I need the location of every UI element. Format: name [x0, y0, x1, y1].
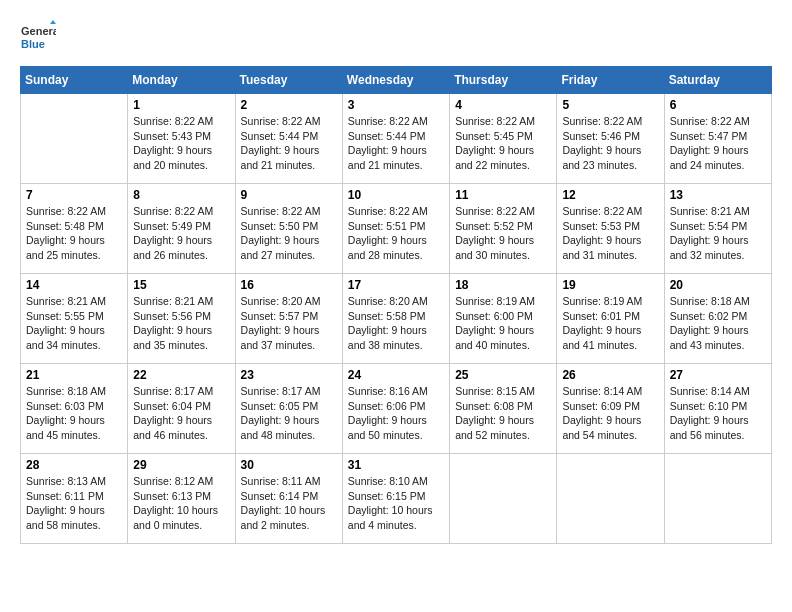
- day-info: Sunrise: 8:15 AMSunset: 6:08 PMDaylight:…: [455, 384, 551, 443]
- day-number: 13: [670, 188, 766, 202]
- day-info: Sunrise: 8:22 AMSunset: 5:43 PMDaylight:…: [133, 114, 229, 173]
- day-number: 10: [348, 188, 444, 202]
- day-number: 22: [133, 368, 229, 382]
- col-header-wednesday: Wednesday: [342, 67, 449, 94]
- day-number: 20: [670, 278, 766, 292]
- day-number: 27: [670, 368, 766, 382]
- col-header-tuesday: Tuesday: [235, 67, 342, 94]
- day-info: Sunrise: 8:21 AMSunset: 5:56 PMDaylight:…: [133, 294, 229, 353]
- day-number: 28: [26, 458, 122, 472]
- day-cell: 25Sunrise: 8:15 AMSunset: 6:08 PMDayligh…: [450, 364, 557, 454]
- day-cell: 20Sunrise: 8:18 AMSunset: 6:02 PMDayligh…: [664, 274, 771, 364]
- week-row-2: 7Sunrise: 8:22 AMSunset: 5:48 PMDaylight…: [21, 184, 772, 274]
- day-number: 4: [455, 98, 551, 112]
- day-info: Sunrise: 8:22 AMSunset: 5:45 PMDaylight:…: [455, 114, 551, 173]
- day-cell: [21, 94, 128, 184]
- day-info: Sunrise: 8:18 AMSunset: 6:03 PMDaylight:…: [26, 384, 122, 443]
- day-info: Sunrise: 8:21 AMSunset: 5:55 PMDaylight:…: [26, 294, 122, 353]
- day-cell: 10Sunrise: 8:22 AMSunset: 5:51 PMDayligh…: [342, 184, 449, 274]
- day-info: Sunrise: 8:19 AMSunset: 6:01 PMDaylight:…: [562, 294, 658, 353]
- header-row: SundayMondayTuesdayWednesdayThursdayFrid…: [21, 67, 772, 94]
- day-number: 23: [241, 368, 337, 382]
- day-cell: 28Sunrise: 8:13 AMSunset: 6:11 PMDayligh…: [21, 454, 128, 544]
- day-info: Sunrise: 8:22 AMSunset: 5:52 PMDaylight:…: [455, 204, 551, 263]
- day-cell: 21Sunrise: 8:18 AMSunset: 6:03 PMDayligh…: [21, 364, 128, 454]
- day-cell: 23Sunrise: 8:17 AMSunset: 6:05 PMDayligh…: [235, 364, 342, 454]
- col-header-sunday: Sunday: [21, 67, 128, 94]
- day-number: 9: [241, 188, 337, 202]
- svg-text:Blue: Blue: [21, 38, 45, 50]
- day-number: 21: [26, 368, 122, 382]
- day-number: 12: [562, 188, 658, 202]
- day-cell: 31Sunrise: 8:10 AMSunset: 6:15 PMDayligh…: [342, 454, 449, 544]
- day-number: 30: [241, 458, 337, 472]
- col-header-thursday: Thursday: [450, 67, 557, 94]
- day-cell: 11Sunrise: 8:22 AMSunset: 5:52 PMDayligh…: [450, 184, 557, 274]
- day-number: 5: [562, 98, 658, 112]
- day-info: Sunrise: 8:22 AMSunset: 5:49 PMDaylight:…: [133, 204, 229, 263]
- day-info: Sunrise: 8:20 AMSunset: 5:58 PMDaylight:…: [348, 294, 444, 353]
- day-info: Sunrise: 8:22 AMSunset: 5:51 PMDaylight:…: [348, 204, 444, 263]
- svg-marker-2: [50, 20, 56, 24]
- day-number: 3: [348, 98, 444, 112]
- day-cell: 9Sunrise: 8:22 AMSunset: 5:50 PMDaylight…: [235, 184, 342, 274]
- day-info: Sunrise: 8:22 AMSunset: 5:50 PMDaylight:…: [241, 204, 337, 263]
- day-cell: 14Sunrise: 8:21 AMSunset: 5:55 PMDayligh…: [21, 274, 128, 364]
- week-row-4: 21Sunrise: 8:18 AMSunset: 6:03 PMDayligh…: [21, 364, 772, 454]
- week-row-1: 1Sunrise: 8:22 AMSunset: 5:43 PMDaylight…: [21, 94, 772, 184]
- col-header-monday: Monday: [128, 67, 235, 94]
- day-number: 11: [455, 188, 551, 202]
- day-info: Sunrise: 8:13 AMSunset: 6:11 PMDaylight:…: [26, 474, 122, 533]
- day-cell: 13Sunrise: 8:21 AMSunset: 5:54 PMDayligh…: [664, 184, 771, 274]
- day-number: 31: [348, 458, 444, 472]
- col-header-friday: Friday: [557, 67, 664, 94]
- day-number: 6: [670, 98, 766, 112]
- day-cell: 5Sunrise: 8:22 AMSunset: 5:46 PMDaylight…: [557, 94, 664, 184]
- day-cell: 2Sunrise: 8:22 AMSunset: 5:44 PMDaylight…: [235, 94, 342, 184]
- day-cell: 29Sunrise: 8:12 AMSunset: 6:13 PMDayligh…: [128, 454, 235, 544]
- day-number: 14: [26, 278, 122, 292]
- day-info: Sunrise: 8:22 AMSunset: 5:46 PMDaylight:…: [562, 114, 658, 173]
- day-number: 7: [26, 188, 122, 202]
- day-cell: 3Sunrise: 8:22 AMSunset: 5:44 PMDaylight…: [342, 94, 449, 184]
- day-cell: 7Sunrise: 8:22 AMSunset: 5:48 PMDaylight…: [21, 184, 128, 274]
- day-number: 17: [348, 278, 444, 292]
- day-cell: 24Sunrise: 8:16 AMSunset: 6:06 PMDayligh…: [342, 364, 449, 454]
- day-number: 18: [455, 278, 551, 292]
- day-cell: [450, 454, 557, 544]
- day-info: Sunrise: 8:21 AMSunset: 5:54 PMDaylight:…: [670, 204, 766, 263]
- day-number: 8: [133, 188, 229, 202]
- day-info: Sunrise: 8:14 AMSunset: 6:10 PMDaylight:…: [670, 384, 766, 443]
- day-cell: 17Sunrise: 8:20 AMSunset: 5:58 PMDayligh…: [342, 274, 449, 364]
- col-header-saturday: Saturday: [664, 67, 771, 94]
- day-info: Sunrise: 8:16 AMSunset: 6:06 PMDaylight:…: [348, 384, 444, 443]
- day-info: Sunrise: 8:22 AMSunset: 5:44 PMDaylight:…: [241, 114, 337, 173]
- day-info: Sunrise: 8:19 AMSunset: 6:00 PMDaylight:…: [455, 294, 551, 353]
- day-cell: 1Sunrise: 8:22 AMSunset: 5:43 PMDaylight…: [128, 94, 235, 184]
- day-info: Sunrise: 8:17 AMSunset: 6:05 PMDaylight:…: [241, 384, 337, 443]
- day-cell: 4Sunrise: 8:22 AMSunset: 5:45 PMDaylight…: [450, 94, 557, 184]
- day-info: Sunrise: 8:17 AMSunset: 6:04 PMDaylight:…: [133, 384, 229, 443]
- page-header: General Blue: [20, 20, 772, 56]
- day-cell: 18Sunrise: 8:19 AMSunset: 6:00 PMDayligh…: [450, 274, 557, 364]
- day-number: 19: [562, 278, 658, 292]
- day-cell: 30Sunrise: 8:11 AMSunset: 6:14 PMDayligh…: [235, 454, 342, 544]
- week-row-3: 14Sunrise: 8:21 AMSunset: 5:55 PMDayligh…: [21, 274, 772, 364]
- day-cell: [557, 454, 664, 544]
- day-info: Sunrise: 8:11 AMSunset: 6:14 PMDaylight:…: [241, 474, 337, 533]
- day-number: 29: [133, 458, 229, 472]
- day-cell: 8Sunrise: 8:22 AMSunset: 5:49 PMDaylight…: [128, 184, 235, 274]
- day-info: Sunrise: 8:18 AMSunset: 6:02 PMDaylight:…: [670, 294, 766, 353]
- day-info: Sunrise: 8:22 AMSunset: 5:47 PMDaylight:…: [670, 114, 766, 173]
- day-number: 1: [133, 98, 229, 112]
- day-cell: 22Sunrise: 8:17 AMSunset: 6:04 PMDayligh…: [128, 364, 235, 454]
- day-number: 24: [348, 368, 444, 382]
- day-info: Sunrise: 8:22 AMSunset: 5:48 PMDaylight:…: [26, 204, 122, 263]
- calendar-table: SundayMondayTuesdayWednesdayThursdayFrid…: [20, 66, 772, 544]
- day-number: 15: [133, 278, 229, 292]
- day-cell: 27Sunrise: 8:14 AMSunset: 6:10 PMDayligh…: [664, 364, 771, 454]
- day-number: 16: [241, 278, 337, 292]
- day-number: 26: [562, 368, 658, 382]
- day-number: 2: [241, 98, 337, 112]
- day-info: Sunrise: 8:22 AMSunset: 5:53 PMDaylight:…: [562, 204, 658, 263]
